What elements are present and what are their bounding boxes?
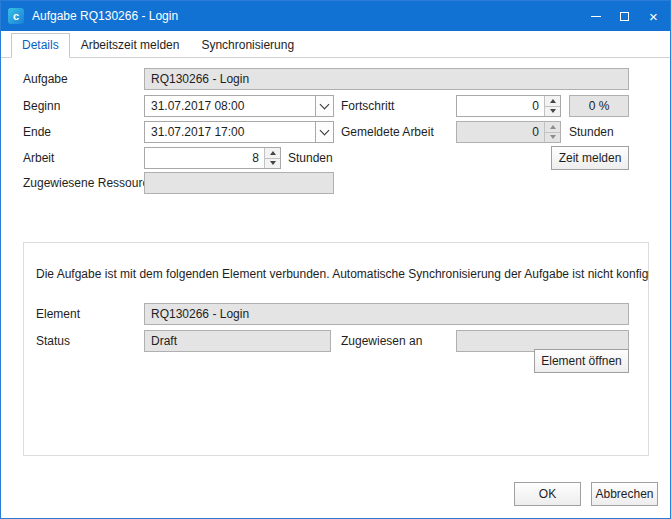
spin-up-icon [550,125,556,129]
titlebar[interactable]: c Aufgabe RQ130266 - Login × [1,1,670,31]
spin-up-button[interactable] [545,96,560,106]
fortschritt-spin-buttons [544,96,560,116]
aufgabe-value: RQ130266 - Login [145,72,628,86]
maximize-icon [620,12,629,21]
gemeldete-arbeit-spinner: 0 [456,121,561,143]
element-value: RQ130266 - Login [145,307,628,321]
tab-synchronisierung[interactable]: Synchronisierung [190,33,305,58]
fortschritt-label: Fortschritt [341,95,394,117]
status-label: Status [36,330,70,352]
spin-down-button[interactable] [545,106,560,117]
fortschritt-percent-field: 0 % [569,95,629,117]
minimize-button[interactable] [581,1,610,31]
gemeldete-arbeit-label: Gemeldete Arbeit [341,121,434,143]
status-value: Draft [145,334,330,348]
ende-dropdown-button[interactable] [315,122,333,142]
spin-down-icon [550,135,556,139]
chevron-down-icon [320,99,330,109]
arbeit-unit-label: Stunden [288,147,333,169]
spin-up-button [545,122,560,132]
spin-up-icon [550,99,556,103]
gemeldete-arbeit-value: 0 [457,125,544,139]
element-label: Element [36,303,80,325]
fortschritt-value: 0 [457,99,544,113]
minimize-icon [591,16,601,17]
sync-info-text: Die Aufgabe ist mit dem folgenden Elemen… [36,267,649,281]
aufgabe-field: RQ130266 - Login [144,68,629,90]
beginn-label: Beginn [23,95,60,117]
fortschritt-percent-value: 0 % [570,99,628,113]
element-oeffnen-button[interactable]: Element öffnen [534,349,629,373]
window-title: Aufgabe RQ130266 - Login [32,9,178,23]
ende-label: Ende [23,121,51,143]
ok-button[interactable]: OK [514,482,581,506]
beginn-combobox[interactable]: 31.07.2017 08:00 [144,95,334,117]
arbeit-label: Arbeit [23,147,54,169]
spin-up-icon [270,151,276,155]
app-icon: c [8,8,24,24]
fortschritt-spinner[interactable]: 0 [456,95,561,117]
spin-down-icon [270,161,276,165]
ende-value: 31.07.2017 17:00 [145,125,315,139]
status-field: Draft [144,330,331,352]
cancel-button[interactable]: Abbrechen [591,482,658,506]
zugewiesene-ressource-field [144,172,334,194]
arbeit-spin-buttons [264,148,280,168]
dialog-window: c Aufgabe RQ130266 - Login × Details Arb… [0,0,671,519]
gemeldete-arbeit-spin-buttons [544,122,560,142]
tab-arbeitszeit-melden[interactable]: Arbeitszeit melden [70,33,191,58]
zugewiesene-ressource-label: Zugewiesene Ressource [23,172,155,194]
close-icon: × [649,9,658,24]
ende-combobox[interactable]: 31.07.2017 17:00 [144,121,334,143]
window-controls: × [581,1,668,31]
arbeit-spinner[interactable]: 8 [144,147,281,169]
spin-down-button[interactable] [265,158,280,169]
spin-up-button[interactable] [265,148,280,158]
tab-details[interactable]: Details [11,33,70,58]
close-button[interactable]: × [639,1,668,31]
arbeit-value: 8 [145,151,264,165]
zugewiesen-an-label: Zugewiesen an [341,330,422,352]
spin-down-button [545,132,560,143]
gemeldete-arbeit-unit-label: Stunden [569,121,614,143]
beginn-dropdown-button[interactable] [315,96,333,116]
element-field: RQ130266 - Login [144,303,629,325]
tab-bar: Details Arbeitszeit melden Synchronisier… [1,31,670,58]
spin-down-icon [550,109,556,113]
zeit-melden-button[interactable]: Zeit melden [551,146,629,170]
beginn-value: 31.07.2017 08:00 [145,99,315,113]
chevron-down-icon [320,125,330,135]
aufgabe-label: Aufgabe [23,68,68,90]
maximize-button[interactable] [610,1,639,31]
